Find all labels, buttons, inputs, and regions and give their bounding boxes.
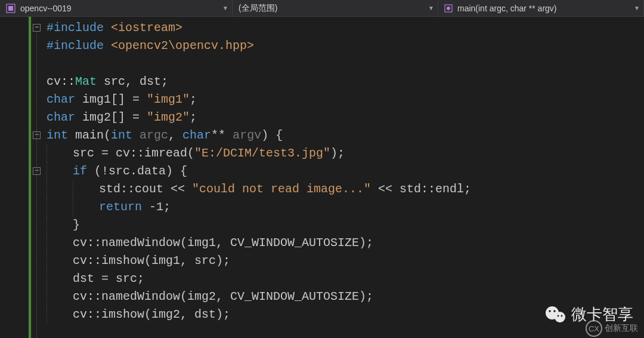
chevron-down-icon: ▼	[634, 5, 640, 11]
code-pane[interactable]: #include <iostream>#include <opencv2\ope…	[42, 17, 644, 338]
chevron-down-icon: ▼	[428, 5, 434, 11]
project-name: opencv--0019	[20, 4, 219, 13]
code-line[interactable]: #include <iostream>	[42, 19, 644, 37]
scope-selector[interactable]: (全局范围) ▼	[233, 0, 438, 16]
editor-area: −−− #include <iostream>#include <opencv2…	[0, 17, 644, 338]
svg-point-3	[447, 7, 450, 10]
code-line[interactable]: cv::imshow(img2, dst);	[42, 306, 644, 324]
code-line[interactable]: char img2[] = "img2";	[42, 109, 644, 127]
project-selector[interactable]: opencv--0019 ▼	[0, 0, 233, 16]
code-line[interactable]: return -1;	[42, 198, 644, 216]
code-line[interactable]: cv::namedWindow(img2, CV_WINDOW_AUTOSIZE…	[42, 288, 644, 306]
code-line[interactable]: #include <opencv2\opencv.hpp>	[42, 37, 644, 55]
function-icon	[444, 4, 453, 13]
code-line[interactable]: }	[42, 216, 644, 234]
svg-rect-1	[8, 6, 13, 11]
code-line[interactable]: cv::imshow(img1, src);	[42, 252, 644, 270]
modified-indicator	[29, 17, 31, 338]
top-navigation-bar: opencv--0019 ▼ (全局范围) ▼ main(int argc, c…	[0, 0, 644, 17]
chevron-down-icon: ▼	[222, 5, 228, 11]
code-line[interactable]: int main(int argc, char** argv) {	[42, 127, 644, 145]
outline-collapse-icon[interactable]: −	[33, 24, 41, 32]
outline-column[interactable]: −−−	[32, 17, 42, 338]
code-line[interactable]: cv::namedWindow(img1, CV_WINDOW_AUTOSIZE…	[42, 234, 644, 252]
code-line[interactable]: std::cout << "could not read image..." <…	[42, 180, 644, 198]
code-line[interactable]: if (!src.data) {	[42, 162, 644, 180]
code-line[interactable]: char img1[] = "img1";	[42, 91, 644, 109]
code-line[interactable]: src = cv::imread("E:/DCIM/test3.jpg");	[42, 145, 644, 162]
code-line[interactable]: dst = src;	[42, 270, 644, 288]
gutter	[0, 17, 32, 338]
function-signature: main(int argc, char ** argv)	[457, 4, 630, 13]
function-selector[interactable]: main(int argc, char ** argv) ▼	[438, 0, 644, 16]
code-line[interactable]	[42, 55, 644, 73]
code-line[interactable]: cv::Mat src, dst;	[42, 73, 644, 91]
project-icon	[6, 4, 16, 13]
scope-label: (全局范围)	[239, 3, 425, 14]
